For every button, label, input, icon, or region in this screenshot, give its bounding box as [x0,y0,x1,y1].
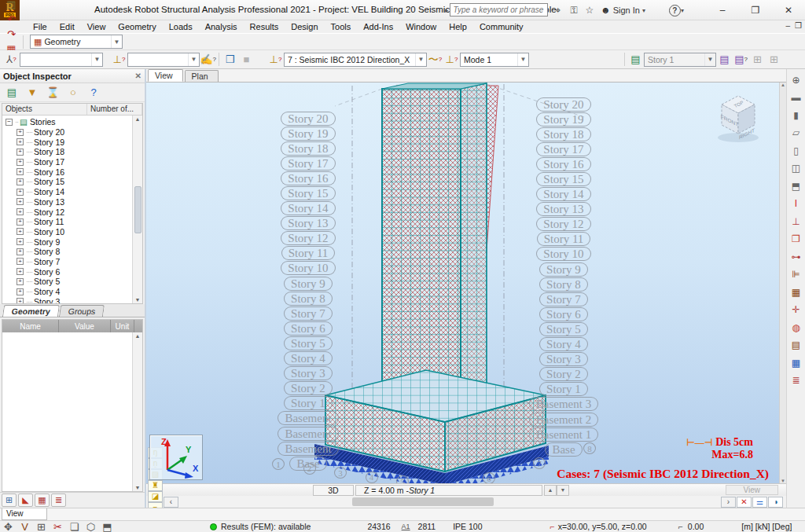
tree-root-stories[interactable]: − ·· ▤ Stories [6,117,142,127]
node-count[interactable]: 24316 [367,522,390,531]
share-icon[interactable]: ⚿ [566,3,582,17]
section-icon[interactable]: Ι [788,196,804,211]
tree-item-story[interactable]: + ···· Story 11 [17,217,142,227]
node-numbers-icon[interactable]: ⊕ [788,72,804,87]
cube-view-icon[interactable]: ⬒ [99,519,116,532]
panel-copy-icon[interactable]: ❐ [788,232,804,247]
column-number-of[interactable]: Number of... [87,104,142,115]
expand-icon[interactable]: + [17,178,24,185]
selection-icon[interactable]: ✥ [0,519,17,532]
deformation-icon[interactable]: 〜? [427,52,443,67]
view-query-icon[interactable]: V [17,519,33,532]
tree-item-story[interactable]: + ···· Story 19 [17,137,142,147]
menu-geometry[interactable]: Geometry [112,22,162,31]
layout-selector[interactable]: ▦ Geometry ▼ [30,35,123,49]
viewport-tab-view[interactable]: View [148,69,183,82]
tree-item-story[interactable]: + ···· Story 17 [17,157,142,167]
building-frame-icon[interactable]: ▤ [788,338,804,353]
column-value[interactable]: Value [59,320,111,332]
table-scrollbar[interactable]: ▲ ▼ [132,332,142,491]
load-case-combo[interactable]: 7 : Seismic IBC 2012 Direction_X▼ [284,53,427,67]
collapse-icon[interactable]: − [6,119,13,126]
maximize-button[interactable]: ❐ [739,0,772,20]
menu-tools[interactable]: Tools [325,22,358,31]
layers-icon[interactable]: ≣ [51,493,66,507]
mdi-restore-icon[interactable]: ❐ [795,21,802,30]
expand-icon[interactable]: + [17,149,24,156]
attributes-icon[interactable]: ⚌ [752,497,767,508]
column-icon[interactable]: ▮ [788,108,804,123]
copy-object-icon[interactable]: ❏ [66,519,83,532]
view-cube[interactable]: TOP FRONT RIGHT [712,92,764,147]
story-list-icon[interactable]: ▤ [5,85,19,100]
canvas-scrollbar[interactable]: ▲ ▼ [779,83,786,483]
menu-add-ins[interactable]: Add-Ins [357,22,399,31]
column-name[interactable]: Name [2,320,59,332]
tree-item-story[interactable]: + ···· Story 8 [17,247,142,257]
color-sections-icon[interactable]: ◣ [18,493,33,507]
story-help-icon[interactable]: ▤? [733,52,749,67]
bar-icon[interactable]: ▬ [788,90,804,105]
tree-item-story[interactable]: + ···· Story 3 [17,296,142,304]
expand-icon[interactable]: + [17,129,24,136]
redo-icon[interactable]: ↷ [3,27,20,42]
close-button[interactable]: ✕ [772,0,805,20]
angle-value[interactable]: 0.00 [688,522,704,531]
menu-window[interactable]: Window [399,22,443,31]
search-communities-icon[interactable]: ⌖ [550,3,566,17]
view-panel-icon[interactable]: ❒ [222,52,238,67]
tab-geometry[interactable]: Geometry [2,305,60,317]
level-up-button[interactable]: ▲ [544,485,557,496]
model-canvas[interactable]: Story 20 Story 19 Story 18 Story 17 Stor… [146,83,786,483]
tree-scrollbar[interactable]: ▲ ▼ [132,116,142,303]
menu-community[interactable]: Community [473,22,530,31]
expand-icon[interactable]: + [17,198,24,205]
tab-groups[interactable]: Groups [59,305,105,317]
expand-icon[interactable]: + [17,238,24,245]
scroll-up-icon[interactable]: ▲ [135,333,141,339]
scroll-down-icon[interactable]: ▼ [135,485,141,490]
tree-item-story[interactable]: + ···· Story 20 [17,127,142,138]
column-objects[interactable]: Objects [2,104,87,115]
menu-design[interactable]: Design [285,22,324,31]
search-input[interactable] [450,3,548,17]
story-combo[interactable]: Story 1▼ [644,53,716,67]
tree-item-story[interactable]: + ···· Story 10 [17,227,142,237]
data-table-icon[interactable]: ▦ [788,355,804,370]
structure-model[interactable] [146,83,786,483]
paste-icon[interactable]: ▥ [3,0,20,12]
bar-count[interactable]: 2811 [418,522,436,531]
load-case-icon[interactable]: ⊥? [267,52,284,67]
beam-dimension-icon[interactable]: ⊫ [788,267,804,282]
grid-snap-icon[interactable]: ⊞ [33,519,50,532]
scroll-down-icon[interactable]: ▼ [135,297,141,303]
scroll-right-icon[interactable]: › [721,497,736,508]
menu-loads[interactable]: Loads [163,22,199,31]
sign-in-button[interactable]: ☻ Sign In ▾ [597,5,649,16]
bar-selection-combo[interactable]: ▼ [127,53,200,67]
expand-icon[interactable]: + [17,138,24,145]
iso-view-icon[interactable]: ⬡ [83,519,99,532]
current-section[interactable]: IPE 100 [453,522,482,531]
tree-item-story[interactable]: + ···· Story 6 [17,266,142,277]
menu-analysis[interactable]: Analysis [199,22,244,31]
tree-item-story[interactable]: + ···· Story 7 [17,257,142,267]
expand-icon[interactable]: + [17,298,24,304]
cladding-icon[interactable]: ◫ [788,161,804,176]
load-display-icon[interactable]: ⊥? [443,52,460,67]
panel-close-icon[interactable]: ✕ [135,72,142,80]
minimize-button[interactable]: – [706,0,739,20]
foundation-icon[interactable]: ⊶ [788,249,804,264]
scroll-up-icon[interactable]: ▲ [135,116,141,122]
cut-planes-icon[interactable]: ✂ [50,519,66,532]
menu-help[interactable]: Help [443,22,473,31]
expand-icon[interactable]: + [17,228,24,235]
help-icon[interactable]: ? [86,85,101,100]
filter-icon[interactable]: ▼ [25,85,39,100]
slab-icon[interactable]: ▱ [788,126,804,141]
clear-display-icon[interactable]: ✕ [737,497,752,508]
expand-icon[interactable]: + [17,268,24,275]
expand-icon[interactable]: + [17,248,24,255]
section-shape-display-icon[interactable]: ◪ [148,491,163,502]
story-view-icon[interactable]: ▤ [627,52,644,67]
